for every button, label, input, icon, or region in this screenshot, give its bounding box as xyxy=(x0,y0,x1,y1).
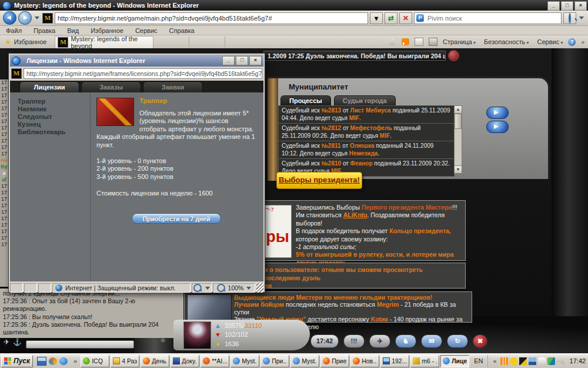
menu-item[interactable]: Правка xyxy=(34,27,55,34)
license-type-item[interactable]: Следопыт xyxy=(18,113,66,121)
license-tab[interactable]: Заказы xyxy=(81,81,141,92)
popup-address[interactable]: http://mystery.bigmir.net/game/frames/li… xyxy=(24,68,262,79)
events-button[interactable]: !!! xyxy=(343,334,365,348)
license-tab[interactable]: Заявки xyxy=(143,81,203,92)
search-box[interactable]: P xyxy=(414,12,562,24)
search-options-icon[interactable] xyxy=(579,16,584,19)
browser-tab[interactable]: M Mystery: legends of the beyond xyxy=(55,36,153,48)
chat-scrollbar[interactable] xyxy=(26,340,134,349)
court-case-row[interactable]: Судебный иск №2811 от Олюшка поданный 24… xyxy=(279,141,454,159)
history-dropdown-icon[interactable] xyxy=(35,16,39,19)
mail-button[interactable]: ✉ xyxy=(421,334,442,348)
mail-icon[interactable] xyxy=(415,38,423,46)
municipality-tab[interactable]: Процессы xyxy=(280,95,331,106)
scroll-down-icon[interactable]: ▼ xyxy=(455,165,462,173)
court-case-row[interactable]: Судебный иск №2813 от Лист Мебиуса подан… xyxy=(279,106,454,124)
command-menu-item[interactable]: Сервис xyxy=(537,38,563,45)
taskbar-button[interactable]: Прие... xyxy=(320,355,349,367)
quicklaunch-overflow-icon[interactable]: » xyxy=(74,357,77,364)
bird-button[interactable]: ✈ xyxy=(369,334,390,348)
court-case-row[interactable]: Судебный иск №2812 от Мефестофель поданн… xyxy=(279,124,454,141)
refresh-button[interactable]: ⇄ xyxy=(385,12,397,24)
close-button[interactable]: × xyxy=(574,1,587,11)
protection-button[interactable] xyxy=(192,283,212,293)
taskbar-button[interactable]: Myst... xyxy=(290,355,319,367)
taskbar-button[interactable]: ICQ xyxy=(81,355,109,367)
notification-close-icon[interactable] xyxy=(448,50,459,61)
court-list-scrollbar[interactable]: ▲ ▼ xyxy=(454,105,462,174)
popup-minimize-button[interactable]: _ xyxy=(222,56,235,65)
favorites-star-icon[interactable]: ★ xyxy=(5,38,12,47)
election-button[interactable]: Выборы президента! xyxy=(276,172,362,189)
menu-item[interactable]: Вид xyxy=(67,27,79,34)
hand-action-button[interactable] xyxy=(486,121,509,133)
taskbar-button[interactable]: 192.... xyxy=(380,355,409,367)
popup-maximize-button[interactable]: □ xyxy=(236,56,248,65)
address-input[interactable] xyxy=(55,12,368,24)
tray-network-icon[interactable] xyxy=(547,357,555,365)
address-dropdown-button[interactable]: ▾ xyxy=(370,12,383,24)
tray-pause-icon[interactable] xyxy=(500,357,508,365)
media-player-icon[interactable] xyxy=(49,357,57,365)
help-icon[interactable]: ? xyxy=(568,38,576,46)
taskbar-button[interactable]: Лице... xyxy=(440,355,469,367)
license-tab[interactable]: Лицензии xyxy=(19,81,79,92)
scroll-up-icon[interactable]: ▲ xyxy=(455,106,462,114)
license-type-item[interactable]: Кузнец xyxy=(18,121,66,128)
restore-button[interactable]: □ xyxy=(561,1,573,11)
buy-button[interactable]: Приобрести на 7 дней xyxy=(132,213,221,224)
anchor-icon[interactable]: ⚓ xyxy=(13,338,22,346)
forward-button[interactable] xyxy=(18,11,32,25)
arrow-action-button[interactable] xyxy=(486,107,509,119)
taskbar-button[interactable]: Доку... xyxy=(171,355,199,367)
command-menu-item[interactable]: Страница xyxy=(443,38,476,45)
command-overflow-icon[interactable]: » xyxy=(581,39,584,45)
tray-duck-icon[interactable] xyxy=(510,357,517,365)
popup-close-button[interactable]: × xyxy=(249,56,262,65)
feed-icon[interactable] xyxy=(402,38,409,45)
home-icon[interactable] xyxy=(389,38,396,45)
taskbar-button[interactable]: 4 Раз... xyxy=(111,355,139,367)
duel-button[interactable]: ♞ xyxy=(395,334,416,348)
municipality-tab[interactable]: Судьи города xyxy=(334,95,396,106)
menu-item[interactable]: Файл xyxy=(6,27,22,34)
license-type-item[interactable]: Библиотекарь xyxy=(18,128,66,136)
airplane-icon[interactable]: ✈ xyxy=(4,338,9,346)
popup-titlebar[interactable]: Лицензии - Windows Internet Explorer _ □… xyxy=(10,55,263,67)
search-go-button[interactable] xyxy=(563,12,576,24)
zoom-control[interactable]: 100% xyxy=(213,283,255,293)
tray-tooth-icon[interactable] xyxy=(538,357,546,365)
menu-item[interactable]: Справка xyxy=(169,27,195,34)
chat-log[interactable]: получил 2 единицы случайной энергии...17… xyxy=(0,289,183,338)
license-type-item[interactable]: Наемник xyxy=(18,105,66,113)
taskbar-button[interactable]: m6 - ... xyxy=(410,355,439,367)
tray-expand-icon[interactable]: « xyxy=(493,357,496,364)
tray-volume-icon[interactable] xyxy=(557,357,564,365)
favorites-label[interactable]: Избранное xyxy=(14,38,47,45)
player-avatar[interactable] xyxy=(183,321,211,349)
taskbar-button[interactable]: Нов... xyxy=(350,355,379,367)
taskbar-button[interactable]: Myst... xyxy=(230,355,259,367)
start-button[interactable]: Пуск xyxy=(1,355,33,367)
show-desktop-icon[interactable] xyxy=(37,357,46,366)
menu-item[interactable]: Избранное xyxy=(91,27,123,34)
ie-launch-icon[interactable] xyxy=(59,357,68,365)
tray-display-icon[interactable] xyxy=(529,357,536,365)
back-button[interactable] xyxy=(3,11,16,25)
scroll-thumb[interactable] xyxy=(455,114,462,129)
taskbar-button[interactable]: **АI... xyxy=(201,355,229,367)
resize-grip[interactable] xyxy=(256,283,263,293)
print-icon[interactable] xyxy=(429,38,437,46)
taskbar-button[interactable]: При... xyxy=(260,355,289,367)
command-menu-item[interactable]: Безопасность xyxy=(484,38,529,45)
menu-item[interactable]: Сервис xyxy=(135,27,158,34)
minimize-button[interactable]: _ xyxy=(547,1,560,11)
close-button[interactable]: ✖ xyxy=(473,334,487,348)
license-type-item[interactable]: Траппер xyxy=(18,98,66,105)
tray-antivirus-icon[interactable] xyxy=(519,357,527,365)
stop-button[interactable]: ✕ xyxy=(399,12,412,24)
language-indicator[interactable]: EN xyxy=(471,357,486,364)
taskbar-button[interactable]: День... xyxy=(141,355,169,367)
search-input[interactable] xyxy=(426,14,559,22)
refresh-button[interactable]: ↻ xyxy=(447,334,468,348)
